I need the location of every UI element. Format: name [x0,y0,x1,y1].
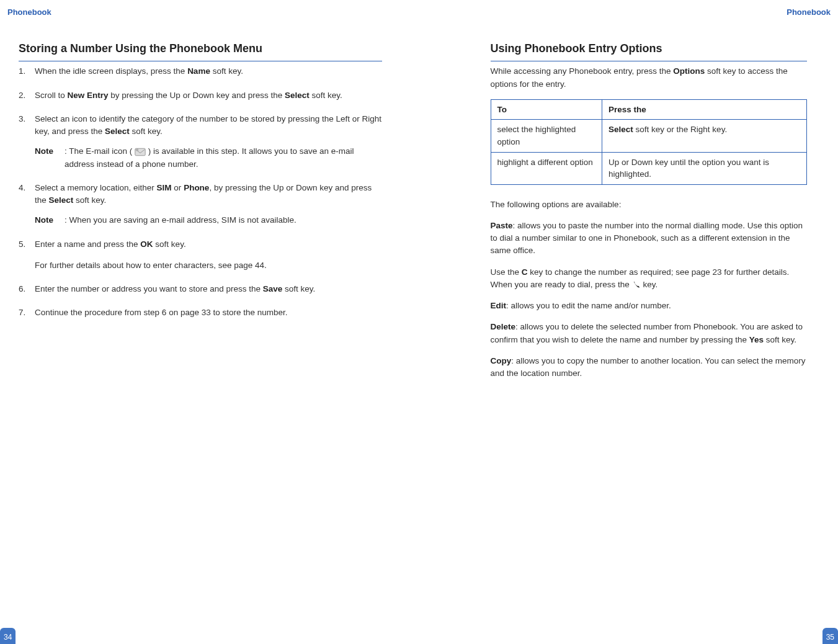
step-1-bold: Name [187,66,210,76]
right-page: Phonebook Using Phonebook Entry Options … [419,0,839,644]
left-page-number: 34 [0,628,16,644]
step-5-bold-ok: OK [140,239,153,249]
edit-body: : allows you to edit the name and/or num… [506,301,671,310]
edit-paragraph: Edit: allows you to edit the name and/or… [491,300,808,312]
copy-label: Copy [491,356,512,365]
intro-paragraph: While accessing any Phonebook entry, pre… [491,65,808,91]
step-3-note-label: Note [35,145,53,158]
left-page: Phonebook Storing a Number Using the Pho… [0,0,419,644]
table-header-press: Press the [602,99,807,120]
usec-bold-c: C [522,267,528,277]
right-header: Phonebook [787,7,831,17]
email-icon: @ [135,148,146,156]
step-4-bold-phone: Phone [184,183,209,192]
step-7: Continue the procedure from step 6 on pa… [19,306,382,319]
copy-paragraph: Copy: allows you to copy the number to a… [491,355,808,380]
step-6: Enter the number or address you want to … [19,283,382,295]
left-header: Phonebook [7,7,51,17]
table-row1-c2-b: soft key or the Right key. [633,125,727,134]
step-3-note-body: : The E-mail icon ( @ ) is available in … [35,145,382,171]
step-3-text-c: soft key. [130,127,163,136]
page-spread: Phonebook Storing a Number Using the Pho… [0,0,838,644]
step-7-text: Continue the procedure from step 6 on pa… [35,308,288,317]
step-2: Scroll to New Entry by pressing the Up o… [19,89,382,102]
delete-paragraph: Delete: allows you to delete the selecte… [491,321,808,346]
step-5-text-c: soft key. [153,239,186,249]
step-4-text-g: soft key. [73,195,106,205]
step-4: Select a memory location, either SIM or … [19,182,382,227]
left-section-title: Storing a Number Using the Phonebook Men… [19,42,382,61]
step-3-bold-select: Select [105,127,130,136]
step-2-bold-select: Select [285,91,310,100]
right-section-title: Using Phonebook Entry Options [491,42,808,61]
step-4-text-c: or [172,183,184,192]
table-row1-bold-select: Select [608,125,633,134]
paste-label: Paste [491,221,513,230]
step-4-bold-select: Select [49,195,74,205]
table-row1-c2: Select soft key or the Right key. [602,120,807,152]
step-5-sub: For further details about how to enter c… [35,259,382,272]
step-6-text-a: Enter the number or address you want to … [35,284,263,293]
step-6-bold-save: Save [263,284,283,293]
step-2-text-c: by pressing the Up or Down key and press… [109,91,285,100]
steps-list: When the idle screen displays, press the… [19,65,382,319]
copy-body: : allows you to copy the number to anoth… [491,356,806,378]
paste-body: : allows you to paste the number into th… [491,221,803,256]
delete-c: soft key. [764,335,796,344]
table-row1-c1: select the highlighted option [491,120,602,152]
dial-key-icon [632,280,641,289]
delete-label: Delete [491,322,516,331]
step-1-text-a: When the idle screen displays, press the [35,66,187,76]
step-2-text-a: Scroll to [35,91,68,100]
edit-label: Edit [491,301,507,310]
table-row: highlight a different option Up or Down … [491,152,807,184]
step-2-bold-newentry: New Entry [68,91,109,100]
step-4-note-body: : When you are saving an e-mail address,… [35,214,382,226]
paste-paragraph: Paste: allows you to paste the number in… [491,220,808,257]
intro-bold-options: Options [673,66,705,76]
intro-a: While accessing any Phonebook entry, pre… [491,66,674,76]
table-row2-c2: Up or Down key until the option you want… [602,152,807,184]
step-1: When the idle screen displays, press the… [19,65,382,78]
step-2-text-e: soft key. [310,91,342,100]
table-header-row: To Press the [491,99,807,120]
step-4-note: Note : When you are saving an e-mail add… [35,214,382,226]
table-header-to: To [491,99,602,120]
step-6-text-c: soft key. [282,284,315,293]
following-label: The following options are available: [491,199,808,211]
step-4-bold-sim: SIM [157,183,172,192]
usec-a: Use the [491,267,522,277]
options-table: To Press the select the highlighted opti… [491,99,808,185]
step-1-text-c: soft key. [210,66,243,76]
left-content: Storing a Number Using the Phonebook Men… [0,7,419,320]
delete-bold-yes: Yes [749,335,764,344]
step-3-note-a: : The E-mail icon ( [65,146,135,156]
usec-d: key. [643,280,657,289]
usec-paragraph: Use the C key to change the number as re… [491,266,808,292]
step-3: Select an icon to identify the category … [19,113,382,171]
step-5-text-a: Enter a name and press the [35,239,140,249]
right-page-number: 35 [822,628,838,644]
step-4-text-a: Select a memory location, either [35,183,157,192]
table-row2-c1: highlight a different option [491,152,602,184]
right-content: Using Phonebook Entry Options While acce… [419,7,839,380]
step-4-note-label: Note [35,214,53,226]
step-3-note: Note : The E-mail icon ( @ ) is availabl… [35,145,382,171]
table-row: select the highlighted option Select sof… [491,120,807,152]
step-5: Enter a name and press the OK soft key. … [19,238,382,272]
step-3-text-a: Select an icon to identify the category … [35,114,381,136]
